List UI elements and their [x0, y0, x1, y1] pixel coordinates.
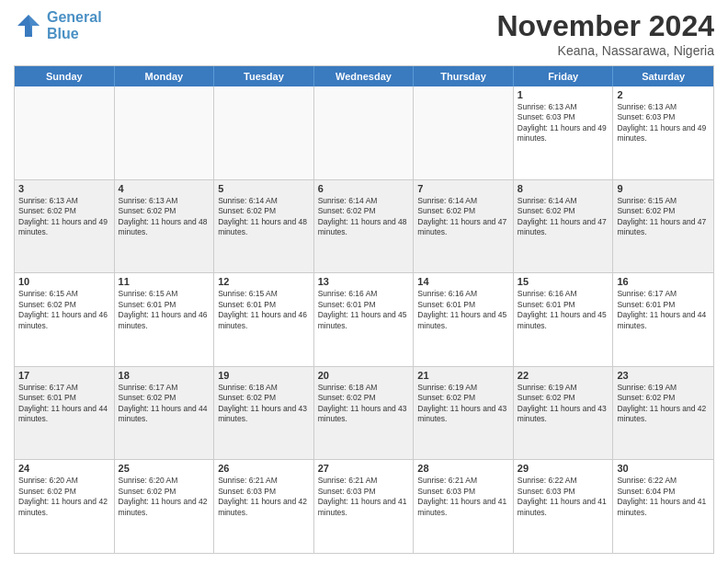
day-info: Sunrise: 6:16 AM Sunset: 6:01 PM Dayligh… — [318, 289, 410, 331]
day-cell-23: 23Sunrise: 6:19 AM Sunset: 6:02 PM Dayli… — [613, 367, 713, 460]
day-number: 20 — [318, 370, 410, 381]
day-info: Sunrise: 6:18 AM Sunset: 6:02 PM Dayligh… — [218, 383, 310, 425]
day-info: Sunrise: 6:14 AM Sunset: 6:02 PM Dayligh… — [318, 196, 410, 238]
day-number: 18 — [119, 370, 210, 381]
day-cell-3: 3Sunrise: 6:13 AM Sunset: 6:02 PM Daylig… — [15, 180, 115, 273]
day-number: 14 — [417, 276, 509, 287]
day-number: 2 — [617, 89, 710, 100]
day-info: Sunrise: 6:14 AM Sunset: 6:02 PM Dayligh… — [417, 196, 509, 238]
day-cell-1: 1Sunrise: 6:13 AM Sunset: 6:03 PM Daylig… — [514, 86, 614, 179]
calendar-row-3: 17Sunrise: 6:17 AM Sunset: 6:01 PM Dayli… — [15, 366, 713, 460]
day-number: 7 — [417, 183, 509, 194]
day-number: 30 — [617, 463, 710, 474]
day-number: 3 — [18, 183, 110, 194]
empty-cell — [314, 86, 415, 179]
day-cell-9: 9Sunrise: 6:15 AM Sunset: 6:02 PM Daylig… — [613, 180, 713, 273]
day-number: 5 — [218, 183, 310, 194]
day-number: 12 — [218, 276, 310, 287]
day-number: 26 — [218, 463, 310, 474]
day-info: Sunrise: 6:21 AM Sunset: 6:03 PM Dayligh… — [417, 476, 509, 518]
day-number: 17 — [18, 370, 110, 381]
day-info: Sunrise: 6:15 AM Sunset: 6:02 PM Dayligh… — [18, 289, 110, 331]
day-info: Sunrise: 6:13 AM Sunset: 6:02 PM Dayligh… — [18, 196, 110, 238]
day-number: 13 — [318, 276, 410, 287]
day-number: 29 — [518, 463, 609, 474]
header-day-sunday: Sunday — [15, 66, 115, 86]
day-info: Sunrise: 6:20 AM Sunset: 6:02 PM Dayligh… — [18, 476, 110, 518]
day-info: Sunrise: 6:20 AM Sunset: 6:02 PM Dayligh… — [119, 476, 210, 518]
day-cell-21: 21Sunrise: 6:19 AM Sunset: 6:02 PM Dayli… — [414, 367, 514, 460]
day-cell-27: 27Sunrise: 6:21 AM Sunset: 6:03 PM Dayli… — [314, 460, 415, 553]
empty-cell — [414, 86, 514, 179]
day-number: 15 — [518, 276, 609, 287]
day-cell-8: 8Sunrise: 6:14 AM Sunset: 6:02 PM Daylig… — [514, 180, 614, 273]
day-info: Sunrise: 6:21 AM Sunset: 6:03 PM Dayligh… — [218, 476, 310, 518]
day-number: 21 — [417, 370, 509, 381]
day-cell-24: 24Sunrise: 6:20 AM Sunset: 6:02 PM Dayli… — [15, 460, 115, 553]
day-cell-10: 10Sunrise: 6:15 AM Sunset: 6:02 PM Dayli… — [15, 273, 115, 366]
day-number: 1 — [518, 89, 609, 100]
calendar-header: SundayMondayTuesdayWednesdayThursdayFrid… — [15, 66, 713, 86]
day-info: Sunrise: 6:17 AM Sunset: 6:01 PM Dayligh… — [617, 289, 710, 331]
day-info: Sunrise: 6:18 AM Sunset: 6:02 PM Dayligh… — [318, 383, 410, 425]
day-number: 25 — [119, 463, 210, 474]
day-info: Sunrise: 6:21 AM Sunset: 6:03 PM Dayligh… — [318, 476, 410, 518]
day-cell-13: 13Sunrise: 6:16 AM Sunset: 6:01 PM Dayli… — [314, 273, 415, 366]
day-number: 27 — [318, 463, 410, 474]
day-info: Sunrise: 6:15 AM Sunset: 6:02 PM Dayligh… — [617, 196, 710, 238]
day-info: Sunrise: 6:13 AM Sunset: 6:03 PM Dayligh… — [518, 102, 609, 144]
header-day-thursday: Thursday — [414, 66, 514, 86]
day-cell-16: 16Sunrise: 6:17 AM Sunset: 6:01 PM Dayli… — [613, 273, 713, 366]
day-info: Sunrise: 6:17 AM Sunset: 6:02 PM Dayligh… — [119, 383, 210, 425]
day-cell-29: 29Sunrise: 6:22 AM Sunset: 6:03 PM Dayli… — [514, 460, 614, 553]
day-info: Sunrise: 6:14 AM Sunset: 6:02 PM Dayligh… — [518, 196, 609, 238]
day-info: Sunrise: 6:13 AM Sunset: 6:02 PM Dayligh… — [119, 196, 210, 238]
day-number: 24 — [18, 463, 110, 474]
calendar-row-1: 3Sunrise: 6:13 AM Sunset: 6:02 PM Daylig… — [15, 179, 713, 273]
day-info: Sunrise: 6:15 AM Sunset: 6:01 PM Dayligh… — [119, 289, 210, 331]
calendar-body: 1Sunrise: 6:13 AM Sunset: 6:03 PM Daylig… — [15, 86, 713, 553]
day-cell-30: 30Sunrise: 6:22 AM Sunset: 6:04 PM Dayli… — [613, 460, 713, 553]
day-number: 16 — [617, 276, 710, 287]
logo-text: General Blue — [47, 9, 102, 41]
day-cell-11: 11Sunrise: 6:15 AM Sunset: 6:01 PM Dayli… — [115, 273, 215, 366]
day-info: Sunrise: 6:14 AM Sunset: 6:02 PM Dayligh… — [218, 196, 310, 238]
location: Keana, Nassarawa, Nigeria — [496, 43, 714, 58]
day-number: 4 — [119, 183, 210, 194]
day-cell-5: 5Sunrise: 6:14 AM Sunset: 6:02 PM Daylig… — [214, 180, 314, 273]
day-number: 19 — [218, 370, 310, 381]
calendar-row-0: 1Sunrise: 6:13 AM Sunset: 6:03 PM Daylig… — [15, 86, 713, 179]
day-info: Sunrise: 6:17 AM Sunset: 6:01 PM Dayligh… — [18, 383, 110, 425]
day-cell-22: 22Sunrise: 6:19 AM Sunset: 6:02 PM Dayli… — [514, 367, 614, 460]
header-day-wednesday: Wednesday — [314, 66, 415, 86]
day-cell-2: 2Sunrise: 6:13 AM Sunset: 6:03 PM Daylig… — [613, 86, 713, 179]
day-cell-17: 17Sunrise: 6:17 AM Sunset: 6:01 PM Dayli… — [15, 367, 115, 460]
calendar: SundayMondayTuesdayWednesdayThursdayFrid… — [14, 65, 714, 554]
header-day-saturday: Saturday — [613, 66, 713, 86]
day-number: 10 — [18, 276, 110, 287]
header-day-friday: Friday — [514, 66, 614, 86]
day-cell-4: 4Sunrise: 6:13 AM Sunset: 6:02 PM Daylig… — [115, 180, 215, 273]
logo-line1: General — [47, 9, 102, 26]
day-number: 8 — [518, 183, 609, 194]
logo: General Blue — [14, 9, 102, 41]
day-number: 6 — [318, 183, 410, 194]
calendar-row-4: 24Sunrise: 6:20 AM Sunset: 6:02 PM Dayli… — [15, 459, 713, 553]
day-info: Sunrise: 6:22 AM Sunset: 6:04 PM Dayligh… — [617, 476, 710, 518]
day-info: Sunrise: 6:16 AM Sunset: 6:01 PM Dayligh… — [518, 289, 609, 331]
day-cell-26: 26Sunrise: 6:21 AM Sunset: 6:03 PM Dayli… — [214, 460, 314, 553]
day-number: 28 — [417, 463, 509, 474]
logo-icon — [14, 11, 43, 40]
empty-cell — [15, 86, 115, 179]
header-day-monday: Monday — [115, 66, 215, 86]
day-number: 22 — [518, 370, 609, 381]
header: General Blue November 2024 Keana, Nassar… — [14, 9, 714, 58]
day-info: Sunrise: 6:22 AM Sunset: 6:03 PM Dayligh… — [518, 476, 609, 518]
day-cell-19: 19Sunrise: 6:18 AM Sunset: 6:02 PM Dayli… — [214, 367, 314, 460]
day-info: Sunrise: 6:13 AM Sunset: 6:03 PM Dayligh… — [617, 102, 710, 144]
day-cell-28: 28Sunrise: 6:21 AM Sunset: 6:03 PM Dayli… — [414, 460, 514, 553]
day-cell-25: 25Sunrise: 6:20 AM Sunset: 6:02 PM Dayli… — [115, 460, 215, 553]
empty-cell — [214, 86, 314, 179]
day-cell-18: 18Sunrise: 6:17 AM Sunset: 6:02 PM Dayli… — [115, 367, 215, 460]
day-info: Sunrise: 6:19 AM Sunset: 6:02 PM Dayligh… — [417, 383, 509, 425]
